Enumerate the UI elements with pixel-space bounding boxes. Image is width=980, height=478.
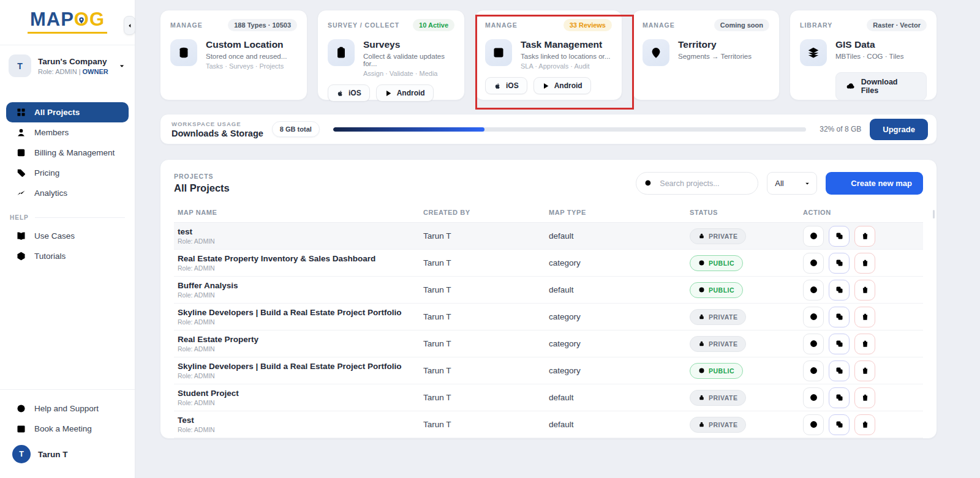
sidebar-item-pricing[interactable]: Pricing xyxy=(0,163,135,183)
download-files-button[interactable]: Download Files xyxy=(835,72,927,100)
tag-icon xyxy=(16,168,26,178)
apple-icon xyxy=(336,89,344,97)
map-name: Skyline Developers | Build a Real Estate… xyxy=(178,308,423,317)
card-custom-location[interactable]: MANAGE 188 Types · 10503 Custom Location… xyxy=(160,10,307,100)
card-territory[interactable]: MANAGE Coming soon Territory Segments → … xyxy=(632,10,780,100)
sidebar-collapse-button[interactable] xyxy=(124,16,135,35)
company-selector[interactable]: T Tarun's Company Role: ADMIN | OWNER xyxy=(0,45,135,86)
upgrade-button[interactable]: Upgrade xyxy=(870,119,928,140)
sidebar-item-billing[interactable]: Billing & Management xyxy=(0,143,135,163)
book-icon xyxy=(16,231,26,241)
copy-icon xyxy=(835,393,844,402)
delete-button[interactable] xyxy=(854,414,875,435)
delete-button[interactable] xyxy=(854,226,875,247)
workspace-usage-bar: WORKSPACE USAGE Downloads & Storage 8 GB… xyxy=(160,114,937,144)
filter-select[interactable]: All xyxy=(767,172,817,195)
card-title: GIS Data xyxy=(835,39,903,50)
play-icon xyxy=(385,89,393,97)
card-surveys[interactable]: SURVEY / COLLECT 10 Active Surveys Colle… xyxy=(317,10,465,100)
sidebar-item-label: Members xyxy=(34,128,69,137)
sidebar-item-label: Use Cases xyxy=(34,231,75,241)
delete-button[interactable] xyxy=(854,387,875,408)
projects-section-label: PROJECTS xyxy=(174,173,230,180)
copy-button[interactable] xyxy=(829,226,850,247)
delete-button[interactable] xyxy=(854,280,875,301)
copy-icon xyxy=(835,339,844,348)
ios-chip[interactable]: iOS xyxy=(328,84,370,102)
page-title: All Projects xyxy=(174,182,230,194)
table-row[interactable]: Student Project Role: ADMIN Tarun T defa… xyxy=(174,384,923,411)
sidebar-item-label: Help and Support xyxy=(34,404,99,413)
info-button[interactable] xyxy=(803,253,824,274)
table-row[interactable]: Real Estate Property Inventory & Sales D… xyxy=(174,250,923,277)
card-gis-data[interactable]: LIBRARY Raster · Vector GIS Data MBTiles… xyxy=(790,10,937,100)
map-name: test xyxy=(178,227,423,236)
info-button[interactable] xyxy=(803,360,824,381)
card-badge: Coming soon xyxy=(714,19,769,31)
chevron-down-icon xyxy=(118,62,126,70)
map-type: default xyxy=(549,420,690,429)
sidebar-item-book-meeting[interactable]: Book a Meeting xyxy=(0,419,135,439)
info-button[interactable] xyxy=(803,226,824,247)
copy-button[interactable] xyxy=(829,280,850,301)
card-task-management[interactable]: MANAGE 33 Reviews Task Management Tasks … xyxy=(475,10,622,100)
person-icon xyxy=(16,127,26,138)
copy-button[interactable] xyxy=(829,253,850,274)
info-button[interactable] xyxy=(803,334,824,354)
column-map-name: MAP NAME xyxy=(174,209,423,216)
map-role: Role: ADMIN xyxy=(178,399,423,406)
created-by: Tarun T xyxy=(423,312,549,321)
sidebar-nav: All Projects Members Billing & Managemen… xyxy=(0,102,135,266)
help-section-label: HELP xyxy=(10,214,125,221)
sidebar-item-tutorials[interactable]: Tutorials xyxy=(0,246,135,266)
table-row[interactable]: Real Estate Property Role: ADMIN Tarun T… xyxy=(174,330,923,357)
created-by: Tarun T xyxy=(423,231,549,241)
copy-button[interactable] xyxy=(829,414,850,435)
delete-button[interactable] xyxy=(854,334,875,354)
globe-icon xyxy=(698,260,705,266)
info-icon xyxy=(809,231,818,241)
info-button[interactable] xyxy=(803,387,824,408)
card-tags: Tasks · Surveys · Projects xyxy=(206,62,287,70)
delete-button[interactable] xyxy=(854,360,875,381)
android-chip[interactable]: Android xyxy=(376,84,434,102)
user-name: Tarun T xyxy=(38,450,68,459)
lock-icon xyxy=(698,340,705,347)
table-header: MAP NAME CREATED BY MAP TYPE STATUS ACTI… xyxy=(174,202,923,223)
create-new-map-button[interactable]: Create new map xyxy=(826,172,923,195)
map-role: Role: ADMIN xyxy=(178,318,423,326)
sidebar-item-label: Analytics xyxy=(34,189,67,198)
delete-button[interactable] xyxy=(854,307,875,327)
ios-chip[interactable]: iOS xyxy=(485,77,527,94)
search-input[interactable] xyxy=(636,172,758,195)
sidebar-item-analytics[interactable]: Analytics xyxy=(0,183,135,203)
sidebar-item-members[interactable]: Members xyxy=(0,122,135,143)
info-button[interactable] xyxy=(803,414,824,435)
copy-button[interactable] xyxy=(829,387,850,408)
sidebar-item-all-projects[interactable]: All Projects xyxy=(6,102,129,122)
map-type: category xyxy=(549,366,690,375)
card-badge: 33 Reviews xyxy=(564,19,612,31)
copy-button[interactable] xyxy=(829,307,850,327)
sidebar-item-help-support[interactable]: Help and Support xyxy=(0,398,135,419)
delete-button[interactable] xyxy=(854,253,875,274)
chart-icon xyxy=(16,188,26,198)
info-button[interactable] xyxy=(803,280,824,301)
table-row[interactable]: Test Role: ADMIN Tarun T default PRIVATE xyxy=(174,411,923,438)
android-chip[interactable]: Android xyxy=(533,77,591,94)
table-row[interactable]: Skyline Developers | Build a Real Estate… xyxy=(174,357,923,384)
copy-button[interactable] xyxy=(829,360,850,381)
copy-button[interactable] xyxy=(829,334,850,354)
map-pin-icon xyxy=(643,39,669,66)
sidebar-item-use-cases[interactable]: Use Cases xyxy=(0,226,135,246)
table-row[interactable]: Buffer Analysis Role: ADMIN Tarun T defa… xyxy=(174,277,923,304)
table-scrollbar[interactable] xyxy=(933,210,935,218)
card-subtitle: Stored once and reused... xyxy=(206,53,287,60)
grid-icon xyxy=(16,107,26,118)
trash-icon xyxy=(861,285,870,294)
table-row[interactable]: test Role: ADMIN Tarun T default PRIVATE xyxy=(174,223,923,250)
company-role: Role: ADMIN | OWNER xyxy=(38,68,111,75)
table-row[interactable]: Skyline Developers | Build a Real Estate… xyxy=(174,304,923,330)
info-button[interactable] xyxy=(803,307,824,327)
user-profile[interactable]: T Tarun T xyxy=(0,439,135,472)
